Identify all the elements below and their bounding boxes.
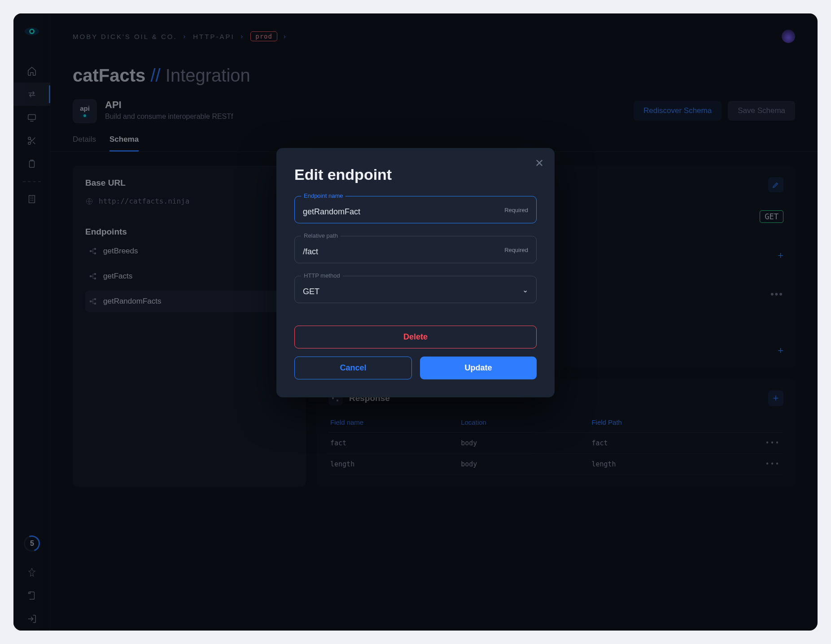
field-label: Endpoint name [301, 192, 346, 199]
close-button[interactable]: ✕ [535, 157, 544, 170]
relative-path-input[interactable] [303, 247, 483, 257]
modal-title: Edit endpoint [294, 166, 537, 183]
edit-endpoint-modal: ✕ Edit endpoint Endpoint name Required R… [276, 148, 555, 397]
http-method-value: GET [303, 287, 483, 296]
chevron-down-icon: ⌄ [522, 285, 528, 294]
delete-button[interactable]: Delete [294, 326, 537, 348]
app-frame: 5 MOBY DICK'S OIL & CO. › HTTP-API › pro… [13, 13, 818, 631]
endpoint-name-input[interactable] [303, 207, 483, 217]
update-button[interactable]: Update [420, 357, 537, 379]
required-label: Required [504, 246, 528, 253]
required-label: Required [504, 206, 528, 213]
relative-path-field[interactable]: Relative path Required [294, 236, 537, 263]
field-label: HTTP method [301, 272, 343, 279]
http-method-field[interactable]: HTTP method GET ⌄ [294, 276, 537, 303]
cancel-button[interactable]: Cancel [294, 357, 412, 379]
endpoint-name-field[interactable]: Endpoint name Required [294, 196, 537, 223]
field-label: Relative path [301, 232, 341, 239]
modal-backdrop[interactable]: ✕ Edit endpoint Endpoint name Required R… [13, 13, 818, 631]
close-icon: ✕ [535, 157, 544, 169]
